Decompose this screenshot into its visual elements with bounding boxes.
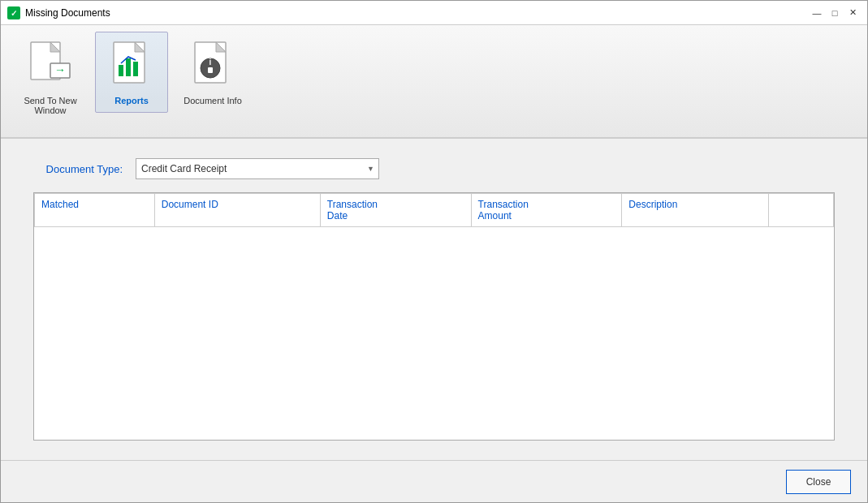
send-to-new-window-icon: →	[28, 41, 73, 89]
col-matched: Matched	[35, 194, 155, 227]
title-bar-left: ✓ Missing Documents	[7, 6, 110, 19]
col-extra	[769, 194, 834, 227]
window-title: Missing Documents	[25, 7, 110, 19]
maximize-button[interactable]: □	[827, 5, 843, 21]
app-icon: ✓	[7, 6, 20, 19]
svg-rect-9	[126, 58, 131, 76]
toolbar: → Send To New Window Repo	[1, 25, 867, 139]
document-type-select-wrapper[interactable]: Credit Card ReceiptInvoiceReceiptStateme…	[136, 158, 379, 179]
close-button[interactable]: Close	[786, 470, 851, 494]
svg-rect-8	[119, 65, 123, 76]
table-header: Matched Document ID TransactionDate Tran…	[35, 194, 834, 227]
document-info-icon-box: i	[187, 39, 239, 91]
col-document-id: Document ID	[154, 194, 320, 227]
send-to-new-window-icon-box: →	[24, 39, 76, 91]
col-transaction-date: TransactionDate	[320, 194, 471, 227]
reports-icon-box	[106, 39, 158, 91]
footer: Close	[1, 460, 867, 502]
toolbar-item-reports[interactable]: Reports	[95, 32, 168, 113]
data-table-container: Matched Document ID TransactionDate Tran…	[33, 192, 835, 441]
title-bar-controls: — □ ✕	[809, 5, 861, 21]
svg-text:✓: ✓	[11, 9, 17, 18]
main-window: ✓ Missing Documents — □ ✕ → Se	[0, 0, 868, 503]
document-info-icon: i	[190, 41, 235, 89]
toolbar-item-document-info[interactable]: i Document Info	[176, 32, 249, 113]
title-bar: ✓ Missing Documents — □ ✕	[1, 1, 867, 25]
col-transaction-amount: TransactionAmount	[471, 194, 622, 227]
svg-rect-15	[208, 67, 213, 73]
svg-text:i: i	[209, 58, 212, 67]
col-description: Description	[622, 194, 769, 227]
document-type-label: Document Type:	[33, 163, 123, 175]
svg-text:→: →	[54, 63, 66, 76]
send-to-new-window-label: Send To New Window	[18, 96, 83, 115]
reports-label: Reports	[114, 96, 149, 105]
table-header-row: Matched Document ID TransactionDate Tran…	[35, 194, 834, 227]
content-area: Document Type: Credit Card ReceiptInvoic…	[1, 139, 867, 460]
minimize-button[interactable]: —	[809, 5, 825, 21]
svg-rect-10	[133, 62, 138, 76]
data-table: Matched Document ID TransactionDate Tran…	[34, 193, 834, 227]
toolbar-item-send-to-new-window[interactable]: → Send To New Window	[14, 32, 87, 123]
document-type-row: Document Type: Credit Card ReceiptInvoic…	[33, 158, 835, 179]
window-close-button[interactable]: ✕	[844, 5, 861, 21]
document-info-label: Document Info	[184, 96, 242, 105]
reports-icon	[109, 41, 154, 89]
document-type-select[interactable]: Credit Card ReceiptInvoiceReceiptStateme…	[136, 158, 379, 179]
